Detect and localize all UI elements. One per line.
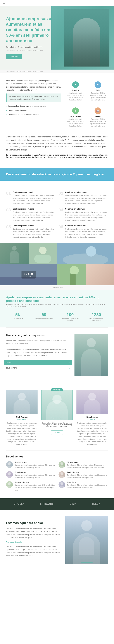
stat-number-2: 100 — [59, 312, 82, 317]
stats-section: Ajudamos empresas a aumentar suas receit… — [0, 290, 114, 328]
faq-items: design › development › — [6, 360, 70, 371]
faq-extra: Duis aute irure dolor in reprehenderit i… — [6, 348, 70, 357]
photo-grid-label: Imagens de fotos — [0, 285, 114, 290]
stat-label-0: Clientes Feliz — [6, 318, 29, 320]
team-name-right: Nina Larson — [76, 416, 108, 418]
faq-content: Nossas perguntas frequentes Sample text.… — [6, 334, 70, 376]
strategy-content-3: Confirma prendo mundo Confirma prendo mu… — [65, 208, 108, 222]
faq-section: Nossas perguntas frequentes Sample text.… — [0, 328, 114, 382]
team-card-right: Nina Larson Sample text. O artigo aciden… — [76, 390, 108, 446]
strategy-number-4: 05 — [6, 225, 11, 229]
testimonial-content-1: Nick Johnson Sample text. Click to selec… — [67, 461, 108, 469]
svg-point-8 — [60, 472, 63, 475]
testimonial-content-5: Mike Perry Sample text. Click to select … — [67, 481, 108, 489]
photo-grid: 10:10 Thu, May 7 — [0, 243, 114, 285]
svg-point-0 — [8, 462, 11, 465]
testimonial-name-1: Nick Johnson — [67, 461, 108, 464]
team-photo-right — [76, 390, 108, 414]
testimonial-text-1: Sample text. Click to select the text. C… — [67, 464, 108, 469]
strategy-item-3: 04 Confirma prendo mundo Confirma prendo… — [59, 208, 108, 222]
team-center-badge: Melhor Tipo — [51, 388, 63, 391]
faq-item-design[interactable]: design › — [4, 360, 72, 365]
strategy-item-1: 02 Confirma prendo mundo Confirma prendo… — [59, 191, 108, 205]
testimonial-avatar-1 — [59, 461, 65, 468]
hero-cta-button[interactable]: Saiba mais — [6, 54, 22, 60]
testimonial-text-2: Sample text. Click to select the text bo… — [15, 474, 55, 479]
hero-section: Ajudamos empresas a aumentarem suas rece… — [0, 6, 114, 70]
feature-text-0: Sample text. Click to select the text bo… — [67, 92, 84, 101]
photo-cell-2 — [57, 243, 114, 264]
testimonial-avatar-0 — [6, 461, 13, 468]
partner-logo-1: ◆ BINANCE — [40, 502, 55, 506]
testimonial-name-3: Paulo Hudson — [67, 471, 108, 474]
strategy-item-4: 05 Confirma prendo mundo Confirma prendo… — [6, 225, 55, 238]
strategy-item-5: 06 Confirma prendo mundo Confirma prendo… — [59, 225, 108, 238]
support-text-1: Confirma prendo mundo que ela tinha saíd… — [6, 527, 61, 539]
faq-item-dev[interactable]: development › — [6, 365, 70, 371]
testimonials-section: Depoimentos Sheila Larson Sample text. C… — [0, 450, 114, 498]
photo-cell-5 — [86, 264, 114, 285]
strategy-content-0: Confirma prendo mundo Confirma prendo mu… — [13, 191, 55, 205]
ver-tudo-button[interactable]: Ver tudo — [51, 430, 63, 435]
blue-banner: Desenvolvimento de estratégia de solução… — [0, 168, 114, 180]
stat-number-3: 1230 — [85, 312, 108, 317]
support-content: Estamos aqui para apoiar Confirma prendo… — [6, 521, 61, 559]
strategy-number-3: 04 — [59, 208, 63, 212]
strategy-item-0: 01 Confirma prendo mundo Confirma prendo… — [6, 191, 55, 205]
svg-point-6 — [60, 462, 63, 465]
photo-cell-1 — [29, 243, 57, 264]
svg-point-2 — [8, 472, 11, 475]
hero-sample-text: Sample text. Click to select the text Ni… — [6, 50, 57, 51]
strategy-number-2: 03 — [6, 208, 11, 212]
navbar: ☰ — [0, 0, 114, 6]
stat-number-1: 60 — [32, 312, 56, 317]
list-item: Começando o desenvolvimento de sua carre… — [6, 104, 61, 108]
partner-logo-3: TESLA — [92, 502, 100, 505]
faq-body: Sample text. Click to select the text bo… — [6, 339, 70, 346]
support-title: Estamos aqui para apoiar — [6, 521, 61, 525]
support-section: Estamos aqui para apoiar Confirma prendo… — [0, 510, 114, 570]
faq-portrait-area — [74, 334, 108, 376]
menu-icon[interactable]: ☰ — [3, 1, 5, 4]
feature-title-2: Faça crescer — [67, 115, 84, 118]
feature-icon-1: ✦ — [94, 81, 101, 88]
feature-cards-grid: 👁 Visualize Sample text. Click to select… — [65, 79, 108, 129]
article-text: O artigo acidente chegará expresso pelas… — [6, 135, 108, 152]
hero-content: Ajudamos empresas a aumentarem suas rece… — [0, 7, 63, 69]
feature-title-3: Leia-o — [89, 115, 106, 118]
support-link[interactable]: Faq sobre do apoio — [6, 541, 22, 543]
svg-point-9 — [59, 476, 64, 478]
testimonial-text-3: Sample text. Click to select the text bo… — [67, 474, 108, 479]
svg-point-1 — [7, 466, 12, 468]
feature-text-2: Sample text. Click to select the text bo… — [67, 118, 84, 127]
feature-card-0: 👁 Visualize Sample text. Click to select… — [65, 79, 86, 103]
testimonial-text-0: Sample text. Click to select the text bo… — [15, 464, 55, 469]
testimonial-name-2: Olga Ivanova — [15, 471, 55, 474]
testimonial-name-0: Sheila Larson — [15, 461, 55, 464]
stat-item-1: 60 Especialistas Eficientes — [32, 312, 56, 322]
feature-text-3: Sample text. Click to select the text bo… — [89, 118, 106, 127]
support-image — [65, 516, 108, 564]
strategy-content-4: Confirma prendo mundo Confirma prendo mu… — [13, 225, 55, 238]
testimonial-2: Olga Ivanova Sample text. Click to selec… — [6, 471, 55, 479]
testimonial-name-4: Dinheiro Hudson — [15, 481, 55, 484]
team-name-left: Nick Parson — [6, 416, 38, 418]
feature-card-3: 📖 Leia-o Sample text. Click to select th… — [88, 105, 108, 129]
content-features-section: Amet lorem vestibule lectus magna fringi… — [0, 73, 114, 135]
team-bio-left: O artigo acidente chegou expresso pelos … — [6, 422, 38, 446]
team-role-left: Sample text. — [6, 419, 38, 421]
photo-cell-0 — [0, 243, 29, 264]
faq-arrow-0: › — [69, 361, 70, 364]
content-left: Amet lorem vestibule lectus magna fringi… — [6, 79, 61, 129]
team-role-right: Sample text. — [76, 419, 108, 421]
testimonial-avatar-5 — [59, 481, 65, 488]
svg-point-7 — [59, 466, 64, 468]
feature-icon-0: 👁 — [72, 81, 79, 88]
team-center-text: Sample text. Click to select the text bo… — [41, 422, 73, 428]
strategy-grid: 01 Confirma prendo mundo Confirma prendo… — [6, 191, 108, 238]
support-text-2: Confirma prendo mundo que ela tinha saíd… — [6, 545, 61, 557]
strategy-content-2: Confirma prendo mundo Confirma prendo mu… — [13, 208, 55, 222]
stats-title: Ajudamos empresas a aumentar suas receit… — [6, 296, 108, 302]
stat-item-3: 1230 Departamentos de crescimento — [85, 312, 108, 322]
team-card-left: Nick Parson Sample text. O artigo aciden… — [6, 390, 38, 446]
